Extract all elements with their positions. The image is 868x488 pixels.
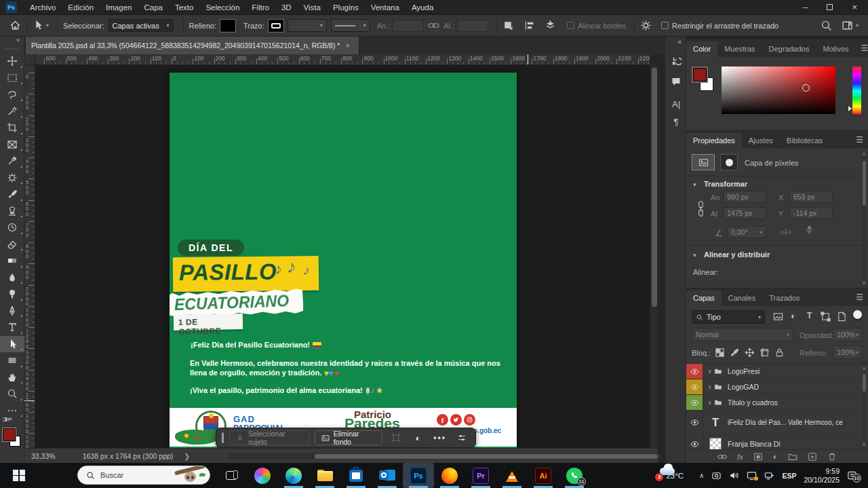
tab-degradados[interactable]: Degradados xyxy=(762,41,816,57)
dodge-tool[interactable] xyxy=(0,286,24,303)
pixel-layer-thumb-icon[interactable] xyxy=(692,154,715,170)
tab-bibliotecas[interactable]: Bibliotecas xyxy=(780,133,829,149)
projecting-tray-icon[interactable] xyxy=(747,470,757,481)
path-selection-tool[interactable] xyxy=(0,336,24,353)
photoshop-app-icon[interactable]: Ps xyxy=(5,1,17,13)
panel-menu-icon[interactable]: ☰ xyxy=(850,135,868,149)
toolbar-expand-icon[interactable]: » xyxy=(16,37,24,46)
mask-icon[interactable] xyxy=(720,154,738,170)
hue-slider-arrow[interactable] xyxy=(848,106,852,111)
align-edges-checkbox[interactable] xyxy=(567,22,574,29)
gradient-tool[interactable] xyxy=(0,252,24,269)
width-value-field[interactable]: 980 px xyxy=(723,191,766,203)
canvas-area[interactable]: DÍA DEL PASILLO ♪ ♪ ♪ ECUATORIANO 1 DE O… xyxy=(35,65,650,448)
lock-transparent-icon[interactable] xyxy=(715,348,725,358)
layer-row[interactable]: ›LogoGAD xyxy=(686,379,861,395)
transform-icon[interactable] xyxy=(388,433,404,443)
visibility-eye-icon[interactable] xyxy=(686,364,703,379)
link-layers-icon[interactable] xyxy=(717,452,727,462)
path-alignment-icon[interactable] xyxy=(524,20,535,31)
paragraph-panel-icon[interactable]: ¶ xyxy=(665,117,687,127)
minimize-button[interactable]: ─ xyxy=(803,3,808,12)
eyedropper-tool[interactable] xyxy=(0,153,24,170)
flip-vertical-icon[interactable] xyxy=(804,225,814,235)
menu-item-filtro[interactable]: Filtro xyxy=(245,3,275,12)
stroke-swatch[interactable] xyxy=(269,20,283,32)
marquee-tool[interactable] xyxy=(0,70,24,87)
taskbar-app-copilot[interactable] xyxy=(247,463,278,488)
taskbar-app-whatsapp[interactable]: 11 xyxy=(559,463,590,488)
layer-name[interactable]: Franja Blanca Di xyxy=(728,440,781,448)
filter-toggle[interactable] xyxy=(853,310,862,319)
search-icon[interactable] xyxy=(821,20,832,31)
foreground-color-swatch[interactable] xyxy=(3,428,16,441)
move-tool[interactable] xyxy=(0,53,24,70)
select-subject-button[interactable]: Seleccionar sujeto xyxy=(229,430,309,445)
filter-smartobject-icon[interactable] xyxy=(837,312,847,322)
path-operations-icon[interactable] xyxy=(502,20,514,31)
menu-item-ayuda[interactable]: Ayuda xyxy=(406,3,439,12)
brush-tool[interactable] xyxy=(0,186,24,203)
stroke-width-dropdown[interactable]: ▾ xyxy=(288,19,327,32)
taskbar-app-store[interactable] xyxy=(340,463,372,488)
search-input[interactable]: Buscar xyxy=(77,466,210,485)
visibility-eye-icon[interactable] xyxy=(686,379,703,394)
fill-swatch[interactable] xyxy=(220,20,235,32)
home-icon[interactable] xyxy=(9,20,21,31)
visibility-eye-icon[interactable] xyxy=(686,411,703,434)
filter-pixel-icon[interactable] xyxy=(773,312,783,322)
layer-row[interactable]: ›LogoPresi xyxy=(686,364,861,379)
canvas-horizontal-scrollbar[interactable] xyxy=(228,453,662,459)
section-collapse-icon[interactable]: ▾ xyxy=(693,181,696,188)
workspace-icon[interactable] xyxy=(842,20,853,31)
lasso-tool[interactable] xyxy=(0,86,24,103)
link-dimensions-icon[interactable] xyxy=(428,20,439,31)
filter-type-icon[interactable]: T xyxy=(807,311,812,320)
restore-button[interactable] xyxy=(827,4,833,10)
scroll-up-icon[interactable]: ∧ xyxy=(861,151,867,157)
taskbar-app-firefox[interactable] xyxy=(434,463,465,488)
clock[interactable]: 9:59 20/10/2025 xyxy=(804,467,840,485)
toolbar-grip[interactable]: •••••• xyxy=(5,46,19,53)
eraser-tool[interactable] xyxy=(0,236,24,253)
hand-tool[interactable] xyxy=(0,369,24,386)
layer-effects-icon[interactable]: fx xyxy=(737,453,743,461)
move-tool-icon[interactable] xyxy=(33,20,44,31)
menu-item-imagen[interactable]: Imagen xyxy=(100,3,138,12)
layer-name[interactable]: iFeliz Día del Pas... Valle Hermoso, ce xyxy=(728,419,843,426)
panel-menu-icon[interactable]: ☰ xyxy=(850,293,868,306)
constrain-path-checkbox[interactable] xyxy=(661,22,669,29)
menu-item-archivo[interactable]: Archivo xyxy=(24,3,62,12)
horizontal-ruler[interactable]: 6005004003002001000100200300400500600700… xyxy=(35,54,650,65)
tool-preset-caret[interactable]: ▾ xyxy=(46,22,49,29)
tab-motivos[interactable]: Motivos xyxy=(816,41,855,57)
layer-name[interactable]: Titulo y cuadros xyxy=(728,398,778,407)
tab-ajustes[interactable]: Ajustes xyxy=(742,133,780,149)
delete-layer-icon[interactable] xyxy=(827,452,837,462)
y-value-field[interactable]: -114 px xyxy=(789,207,833,219)
tab-muestras[interactable]: Muestras xyxy=(717,41,762,57)
taskbar-drag-handle[interactable] xyxy=(222,432,224,443)
angle-field[interactable]: 0,00°▾ xyxy=(727,226,766,238)
taskbar-app-premiere[interactable]: Pr xyxy=(465,463,496,488)
flip-horizontal-icon[interactable]: ▹|◃ xyxy=(781,227,791,236)
layer-name[interactable]: LogoGAD xyxy=(728,383,759,391)
new-group-icon[interactable] xyxy=(788,452,797,462)
lock-all-icon[interactable] xyxy=(774,348,785,358)
history-icon[interactable] xyxy=(665,56,687,67)
height-value-field[interactable]: 1475 px xyxy=(723,207,766,219)
menu-item-3d[interactable]: 3D xyxy=(275,3,298,12)
link-wh-icon[interactable] xyxy=(696,200,706,218)
pen-tool[interactable] xyxy=(0,303,24,320)
section-collapse-icon[interactable]: ▾ xyxy=(693,252,696,259)
properties-sliders-icon[interactable] xyxy=(454,433,470,443)
notification-center-icon[interactable]: 10 xyxy=(847,470,857,481)
comments-icon[interactable] xyxy=(665,76,687,87)
new-adjustment-icon[interactable]: ◐ xyxy=(773,452,778,462)
remove-background-button[interactable]: Eliminar fondo xyxy=(315,430,382,445)
menu-item-edición[interactable]: Edición xyxy=(62,3,100,12)
stroke-type-dropdown[interactable]: ▾ xyxy=(331,19,370,32)
blend-mode-dropdown[interactable]: Normal▾ xyxy=(692,328,793,341)
menu-item-plugins[interactable]: Plugins xyxy=(327,3,365,12)
collapse-panels-icon[interactable]: « xyxy=(677,38,682,45)
